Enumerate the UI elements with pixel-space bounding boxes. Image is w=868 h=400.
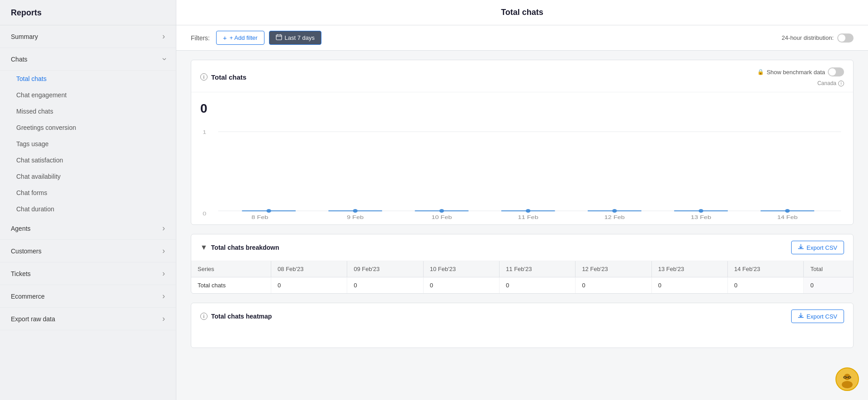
col-header-09feb: 09 Feb'23 bbox=[347, 261, 423, 277]
heatmap-title-text: Total chats heatmap bbox=[211, 313, 272, 320]
cell-series: Total chats bbox=[191, 277, 271, 294]
svg-point-6 bbox=[266, 209, 271, 213]
sidebar-item-label: Chats bbox=[11, 56, 28, 63]
sidebar-sub-item-greetings-conversion[interactable]: Greetings conversion bbox=[0, 119, 176, 136]
filters-label: Filters: bbox=[191, 34, 210, 42]
heatmap-info-icon[interactable]: i bbox=[200, 313, 208, 320]
breakdown-export-csv-button[interactable]: Export CSV bbox=[791, 241, 844, 254]
cell-total: 0 bbox=[804, 277, 853, 294]
svg-point-15 bbox=[526, 209, 531, 213]
chevron-right-icon bbox=[162, 32, 165, 41]
table-header-row: Series 08 Feb'23 09 Feb'23 10 Feb'23 11 … bbox=[191, 261, 853, 277]
heatmap-title: i Total chats heatmap bbox=[200, 313, 272, 320]
sidebar-item-label: Customers bbox=[11, 248, 42, 255]
sidebar-item-ecommerce[interactable]: Ecommerce bbox=[0, 285, 176, 308]
col-header-08feb: 08 Feb'23 bbox=[271, 261, 347, 277]
benchmark-info-icon[interactable]: i bbox=[838, 81, 844, 86]
sidebar-sub-item-tags-usage[interactable]: Tags usage bbox=[0, 136, 176, 152]
total-chats-card: i Total chats 🔒 Show benchmark data Cana… bbox=[191, 60, 854, 225]
download-icon-2 bbox=[798, 313, 804, 320]
add-filter-button[interactable]: + + Add filter bbox=[216, 31, 264, 45]
heatmap-export-label: Export CSV bbox=[807, 313, 837, 320]
col-header-14feb: 14 Feb'23 bbox=[728, 261, 804, 277]
sidebar-item-chats[interactable]: Chats bbox=[0, 48, 176, 71]
col-header-10feb: 10 Feb'23 bbox=[423, 261, 499, 277]
svg-text:12 Feb: 12 Feb bbox=[604, 214, 625, 220]
plus-icon: + bbox=[223, 34, 227, 42]
benchmark-sublabel: Canada bbox=[817, 80, 836, 86]
date-filter-button[interactable]: Last 7 days bbox=[269, 31, 322, 45]
breakdown-table: Series 08 Feb'23 09 Feb'23 10 Feb'23 11 … bbox=[191, 261, 853, 293]
distribution-toggle-switch[interactable] bbox=[837, 33, 854, 43]
sidebar-sub-item-chat-satisfaction[interactable]: Chat satisfaction bbox=[0, 152, 176, 168]
sidebar-sub-item-total-chats[interactable]: Total chats bbox=[0, 71, 176, 87]
distribution-toggle-area: 24-hour distribution: bbox=[782, 33, 854, 43]
svg-point-9 bbox=[353, 209, 358, 213]
sidebar-sub-item-chat-duration[interactable]: Chat duration bbox=[0, 201, 176, 217]
cell-13feb: 0 bbox=[651, 277, 727, 294]
cell-11feb: 0 bbox=[500, 277, 576, 294]
breakdown-title-text: Total chats breakdown bbox=[211, 244, 279, 251]
sidebar-item-label: Agents bbox=[11, 225, 31, 232]
date-filter-label: Last 7 days bbox=[285, 34, 315, 41]
svg-point-24 bbox=[785, 209, 790, 213]
sidebar-item-agents[interactable]: Agents bbox=[0, 217, 176, 240]
sidebar-sub-item-chat-availability[interactable]: Chat availability bbox=[0, 168, 176, 185]
breakdown-title[interactable]: ▼ Total chats breakdown bbox=[200, 243, 279, 252]
svg-text:13 Feb: 13 Feb bbox=[691, 214, 711, 220]
col-header-total: Total bbox=[804, 261, 853, 277]
sidebar-item-label: Summary bbox=[11, 33, 38, 40]
distribution-label: 24-hour distribution: bbox=[782, 34, 834, 41]
heatmap-export-csv-button[interactable]: Export CSV bbox=[791, 310, 844, 323]
page-title: Total chats bbox=[501, 8, 543, 17]
main-content-area: Total chats Filters: + + Add filter Last… bbox=[176, 0, 868, 400]
table-row: Total chats 0 0 0 0 0 0 0 0 bbox=[191, 277, 853, 294]
cell-08feb: 0 bbox=[271, 277, 347, 294]
col-header-12feb: 12 Feb'23 bbox=[576, 261, 651, 277]
avatar-bubble[interactable] bbox=[835, 367, 859, 391]
chart-big-value: 0 bbox=[200, 101, 844, 116]
benchmark-row: 🔒 Show benchmark data Canada i bbox=[757, 67, 844, 86]
total-chats-card-title: Total chats bbox=[211, 73, 246, 81]
benchmark-toggle-switch[interactable] bbox=[828, 67, 844, 76]
chart-svg-container: 1 0 8 Feb 9 Feb bbox=[200, 120, 844, 220]
sidebar-sub-item-chat-forms[interactable]: Chat forms bbox=[0, 185, 176, 201]
svg-rect-0 bbox=[276, 35, 282, 40]
chevron-right-icon bbox=[162, 291, 165, 301]
breakdown-card: ▼ Total chats breakdown Export CSV Serie… bbox=[191, 234, 854, 294]
sidebar-item-label: Ecommerce bbox=[11, 293, 45, 300]
chevron-right-icon bbox=[162, 314, 165, 324]
chevron-right-icon bbox=[162, 246, 165, 256]
svg-text:1: 1 bbox=[203, 129, 206, 135]
col-header-11feb: 11 Feb'23 bbox=[500, 261, 576, 277]
breakdown-header: ▼ Total chats breakdown Export CSV bbox=[191, 234, 853, 261]
svg-point-28 bbox=[842, 381, 853, 388]
sidebar-sub-item-missed-chats[interactable]: Missed chats bbox=[0, 103, 176, 119]
sidebar-sub-item-chat-engagement[interactable]: Chat engagement bbox=[0, 87, 176, 103]
cell-09feb: 0 bbox=[347, 277, 423, 294]
add-filter-label: + Add filter bbox=[230, 34, 258, 41]
col-header-series: Series bbox=[191, 261, 271, 277]
cell-14feb: 0 bbox=[728, 277, 804, 294]
col-header-13feb: 13 Feb'23 bbox=[651, 261, 727, 277]
info-icon[interactable]: i bbox=[200, 73, 208, 81]
main-scrollable-content: i Total chats 🔒 Show benchmark data Cana… bbox=[176, 51, 868, 400]
filters-bar: Filters: + + Add filter Last 7 days 24-h… bbox=[176, 25, 868, 51]
svg-text:9 Feb: 9 Feb bbox=[347, 214, 363, 220]
sidebar-item-summary[interactable]: Summary bbox=[0, 25, 176, 48]
sidebar-header: Reports bbox=[0, 0, 176, 25]
svg-text:11 Feb: 11 Feb bbox=[518, 214, 538, 220]
sidebar: Reports Summary Chats Total chats Chat e… bbox=[0, 0, 176, 400]
chevron-right-icon bbox=[162, 224, 165, 233]
chevron-right-icon bbox=[162, 269, 165, 278]
sidebar-item-label: Export raw data bbox=[11, 315, 55, 323]
sidebar-item-export-raw-data[interactable]: Export raw data bbox=[0, 308, 176, 330]
svg-text:10 Feb: 10 Feb bbox=[431, 214, 452, 220]
heatmap-content-placeholder bbox=[191, 329, 853, 348]
card-title-row: i Total chats bbox=[200, 73, 246, 81]
benchmark-toggle: 🔒 Show benchmark data bbox=[757, 67, 844, 76]
calendar-icon bbox=[276, 34, 282, 42]
sidebar-item-customers[interactable]: Customers bbox=[0, 240, 176, 262]
sidebar-item-tickets[interactable]: Tickets bbox=[0, 262, 176, 285]
chart-area: 0 1 0 8 Feb bbox=[191, 92, 853, 224]
